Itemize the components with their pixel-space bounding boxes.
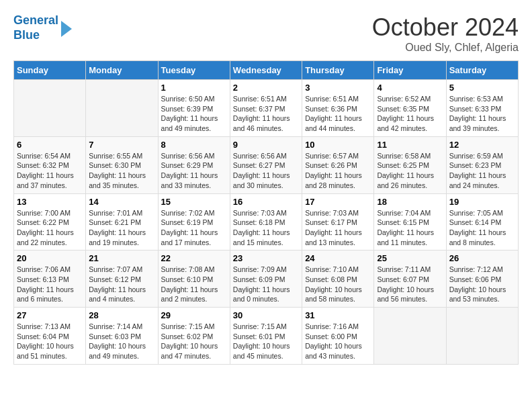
calendar-cell: 9Sunrise: 6:56 AMSunset: 6:27 PMDaylight… [230,136,302,193]
day-number: 17 [305,197,371,207]
day-detail: Sunrise: 7:07 AMSunset: 6:12 PMDaylight:… [89,265,154,304]
calendar-cell: 16Sunrise: 7:03 AMSunset: 6:18 PMDayligh… [230,193,302,250]
day-number: 10 [305,140,371,150]
day-detail: Sunrise: 6:51 AMSunset: 6:37 PMDaylight:… [233,94,299,134]
weekday-header-thursday: Thursday [302,61,374,80]
day-detail: Sunrise: 7:04 AMSunset: 6:15 PMDaylight:… [377,208,443,248]
calendar-cell [14,80,86,137]
day-number: 25 [377,253,443,263]
day-number: 29 [161,310,227,320]
calendar-cell: 30Sunrise: 7:15 AMSunset: 6:01 PMDayligh… [230,308,302,365]
day-number: 22 [161,253,227,263]
day-detail: Sunrise: 6:53 AMSunset: 6:33 PMDaylight:… [449,94,515,134]
day-number: 24 [305,253,371,263]
calendar-cell: 29Sunrise: 7:15 AMSunset: 6:02 PMDayligh… [158,308,230,365]
calendar-cell: 26Sunrise: 7:12 AMSunset: 6:06 PMDayligh… [446,250,518,308]
logo-blue: Blue [13,28,40,42]
month-title: October 2024 [372,13,519,42]
day-number: 12 [449,140,515,150]
logo: General Blue [13,13,72,42]
calendar-cell: 28Sunrise: 7:14 AMSunset: 6:03 PMDayligh… [86,308,158,365]
weekday-header-saturday: Saturday [446,61,518,80]
calendar-cell: 6Sunrise: 6:54 AMSunset: 6:32 PMDaylight… [14,136,86,193]
calendar-cell: 2Sunrise: 6:51 AMSunset: 6:37 PMDaylight… [230,80,302,137]
day-detail: Sunrise: 6:55 AMSunset: 6:30 PMDaylight:… [89,151,154,191]
calendar-cell: 1Sunrise: 6:50 AMSunset: 6:39 PMDaylight… [158,80,230,137]
day-detail: Sunrise: 6:51 AMSunset: 6:36 PMDaylight:… [305,94,371,134]
day-number: 9 [233,140,299,150]
calendar-cell: 13Sunrise: 7:00 AMSunset: 6:22 PMDayligh… [14,193,86,250]
day-number: 20 [17,253,83,263]
logo-general: General [13,13,58,27]
day-number: 7 [89,140,154,150]
day-number: 28 [89,310,154,320]
calendar-cell: 24Sunrise: 7:10 AMSunset: 6:08 PMDayligh… [302,250,374,308]
calendar-cell: 23Sunrise: 7:09 AMSunset: 6:09 PMDayligh… [230,250,302,308]
day-detail: Sunrise: 6:54 AMSunset: 6:32 PMDaylight:… [17,151,83,191]
calendar-cell: 20Sunrise: 7:06 AMSunset: 6:13 PMDayligh… [14,250,86,308]
day-number: 30 [233,310,299,320]
weekday-header-row: SundayMondayTuesdayWednesdayThursdayFrid… [14,61,519,80]
weekday-header-wednesday: Wednesday [230,61,302,80]
day-number: 6 [17,140,83,150]
day-number: 27 [17,310,83,320]
calendar-cell [86,80,158,137]
calendar-cell [446,308,518,365]
day-number: 2 [233,83,299,93]
weekday-header-sunday: Sunday [14,61,86,80]
title-block: October 2024 Oued Sly, Chlef, Algeria [372,13,519,54]
calendar-cell: 14Sunrise: 7:01 AMSunset: 6:21 PMDayligh… [86,193,158,250]
day-detail: Sunrise: 6:56 AMSunset: 6:27 PMDaylight:… [233,151,299,191]
calendar-cell: 7Sunrise: 6:55 AMSunset: 6:30 PMDaylight… [86,136,158,193]
day-detail: Sunrise: 7:14 AMSunset: 6:03 PMDaylight:… [89,322,154,361]
weekday-header-monday: Monday [86,61,158,80]
calendar-cell: 27Sunrise: 7:13 AMSunset: 6:04 PMDayligh… [14,308,86,365]
logo-arrow-icon [61,21,72,37]
calendar-week-5: 27Sunrise: 7:13 AMSunset: 6:04 PMDayligh… [14,308,519,365]
calendar-cell: 21Sunrise: 7:07 AMSunset: 6:12 PMDayligh… [86,250,158,308]
day-detail: Sunrise: 6:59 AMSunset: 6:23 PMDaylight:… [449,151,515,191]
day-detail: Sunrise: 7:00 AMSunset: 6:22 PMDaylight:… [17,208,83,248]
calendar-week-2: 6Sunrise: 6:54 AMSunset: 6:32 PMDaylight… [14,136,519,193]
day-detail: Sunrise: 7:16 AMSunset: 6:00 PMDaylight:… [305,322,371,361]
calendar-week-4: 20Sunrise: 7:06 AMSunset: 6:13 PMDayligh… [14,250,519,308]
page-header: General Blue October 2024 Oued Sly, Chle… [13,13,519,54]
calendar-cell: 22Sunrise: 7:08 AMSunset: 6:10 PMDayligh… [158,250,230,308]
calendar-cell [374,308,446,365]
day-detail: Sunrise: 6:56 AMSunset: 6:29 PMDaylight:… [161,151,227,191]
calendar-cell: 4Sunrise: 6:52 AMSunset: 6:35 PMDaylight… [374,80,446,137]
day-detail: Sunrise: 7:15 AMSunset: 6:01 PMDaylight:… [233,322,299,361]
day-number: 5 [449,83,515,93]
calendar-cell: 18Sunrise: 7:04 AMSunset: 6:15 PMDayligh… [374,193,446,250]
day-detail: Sunrise: 6:52 AMSunset: 6:35 PMDaylight:… [377,94,443,134]
calendar-week-1: 1Sunrise: 6:50 AMSunset: 6:39 PMDaylight… [14,80,519,137]
day-detail: Sunrise: 7:10 AMSunset: 6:08 PMDaylight:… [305,265,371,304]
location-subtitle: Oued Sly, Chlef, Algeria [372,42,519,54]
day-detail: Sunrise: 7:12 AMSunset: 6:06 PMDaylight:… [449,265,515,304]
day-detail: Sunrise: 7:03 AMSunset: 6:17 PMDaylight:… [305,208,371,248]
day-number: 11 [377,140,443,150]
day-detail: Sunrise: 7:08 AMSunset: 6:10 PMDaylight:… [161,265,227,304]
day-detail: Sunrise: 6:58 AMSunset: 6:25 PMDaylight:… [377,151,443,191]
day-number: 26 [449,253,515,263]
calendar-cell: 5Sunrise: 6:53 AMSunset: 6:33 PMDaylight… [446,80,518,137]
weekday-header-tuesday: Tuesday [158,61,230,80]
calendar-cell: 15Sunrise: 7:02 AMSunset: 6:19 PMDayligh… [158,193,230,250]
day-number: 1 [161,83,227,93]
calendar-week-3: 13Sunrise: 7:00 AMSunset: 6:22 PMDayligh… [14,193,519,250]
day-number: 23 [233,253,299,263]
day-number: 4 [377,83,443,93]
day-detail: Sunrise: 6:50 AMSunset: 6:39 PMDaylight:… [161,94,227,134]
calendar-cell: 8Sunrise: 6:56 AMSunset: 6:29 PMDaylight… [158,136,230,193]
day-number: 14 [89,197,154,207]
calendar-cell: 31Sunrise: 7:16 AMSunset: 6:00 PMDayligh… [302,308,374,365]
day-detail: Sunrise: 7:09 AMSunset: 6:09 PMDaylight:… [233,265,299,304]
day-detail: Sunrise: 7:13 AMSunset: 6:04 PMDaylight:… [17,322,83,361]
day-detail: Sunrise: 7:03 AMSunset: 6:18 PMDaylight:… [233,208,299,248]
day-detail: Sunrise: 7:01 AMSunset: 6:21 PMDaylight:… [89,208,154,248]
day-number: 18 [377,197,443,207]
calendar-cell: 17Sunrise: 7:03 AMSunset: 6:17 PMDayligh… [302,193,374,250]
day-number: 19 [449,197,515,207]
day-number: 13 [17,197,83,207]
day-detail: Sunrise: 7:15 AMSunset: 6:02 PMDaylight:… [161,322,227,361]
